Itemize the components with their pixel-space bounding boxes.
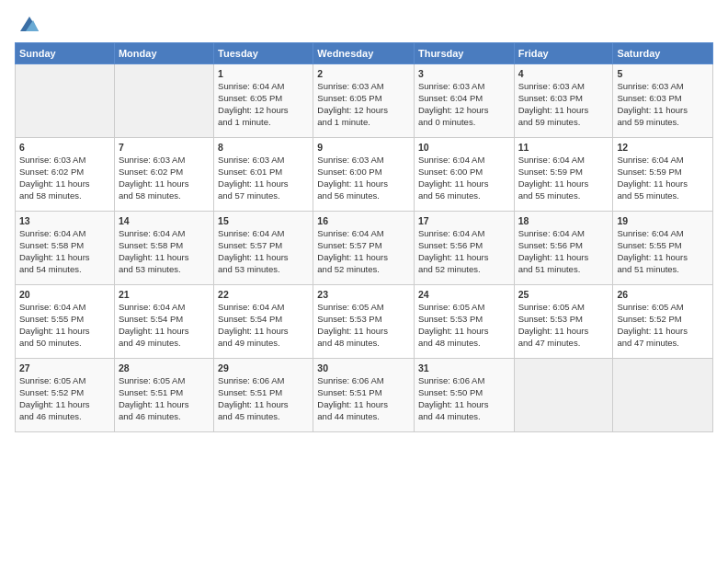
day-info-line: Daylight: 11 hours: [119, 178, 210, 190]
day-info-line: and 59 minutes.: [617, 117, 709, 129]
day-info-line: Sunset: 5:55 PM: [617, 240, 709, 252]
day-info-line: Sunrise: 6:04 AM: [317, 228, 410, 240]
day-number: 17: [418, 214, 510, 227]
day-info-line: Sunset: 6:03 PM: [617, 93, 709, 105]
day-number: 8: [218, 141, 309, 154]
day-number: 21: [119, 288, 210, 301]
day-number: 5: [617, 67, 709, 80]
day-info-line: Sunset: 5:56 PM: [518, 240, 609, 252]
day-of-week-header: Sunday: [16, 43, 115, 64]
day-info-line: Sunset: 5:58 PM: [19, 240, 110, 252]
day-info-line: Sunrise: 6:03 AM: [317, 155, 410, 167]
day-info-line: Sunset: 6:03 PM: [518, 93, 609, 105]
calendar-day-cell: [114, 64, 213, 138]
day-info-line: Sunrise: 6:05 AM: [19, 375, 110, 387]
calendar-day-cell: [613, 359, 713, 432]
day-info-line: and 47 minutes.: [518, 338, 609, 350]
calendar-week-row: 20Sunrise: 6:04 AMSunset: 5:55 PMDayligh…: [16, 285, 713, 359]
day-number: 27: [19, 362, 110, 374]
day-info-line: Sunset: 6:01 PM: [218, 167, 309, 178]
day-info-line: Sunset: 5:57 PM: [218, 240, 309, 252]
day-info-line: Sunset: 5:56 PM: [418, 240, 510, 252]
day-info-line: and 45 minutes.: [218, 411, 309, 423]
day-number: 4: [518, 67, 609, 80]
day-info-line: Daylight: 11 hours: [19, 178, 110, 190]
day-info-line: and 44 minutes.: [418, 411, 510, 423]
calendar-day-cell: 4Sunrise: 6:03 AMSunset: 6:03 PMDaylight…: [514, 64, 613, 138]
calendar-day-cell: 19Sunrise: 6:04 AMSunset: 5:55 PMDayligh…: [613, 212, 713, 285]
calendar-day-cell: 23Sunrise: 6:05 AMSunset: 5:53 PMDayligh…: [313, 285, 415, 359]
day-number: 30: [317, 362, 410, 374]
calendar-day-cell: 3Sunrise: 6:03 AMSunset: 6:04 PMDaylight…: [414, 64, 514, 138]
calendar-day-cell: 22Sunrise: 6:04 AMSunset: 5:54 PMDayligh…: [214, 285, 313, 359]
day-info-line: Sunrise: 6:03 AM: [518, 81, 609, 93]
day-info-line: and 46 minutes.: [19, 411, 110, 423]
day-info-line: Daylight: 11 hours: [518, 105, 609, 117]
calendar-day-cell: 27Sunrise: 6:05 AMSunset: 5:52 PMDayligh…: [16, 359, 115, 432]
calendar-week-row: 13Sunrise: 6:04 AMSunset: 5:58 PMDayligh…: [16, 212, 713, 285]
day-info-line: Sunset: 5:51 PM: [317, 387, 410, 399]
calendar-table: SundayMondayTuesdayWednesdayThursdayFrid…: [15, 42, 713, 432]
calendar-day-cell: 17Sunrise: 6:04 AMSunset: 5:56 PMDayligh…: [414, 212, 514, 285]
day-info-line: Daylight: 11 hours: [418, 178, 510, 190]
day-number: 13: [19, 214, 110, 227]
day-info-line: Sunset: 5:52 PM: [19, 387, 110, 399]
logo: [15, 11, 42, 37]
day-info-line: Daylight: 11 hours: [317, 178, 410, 190]
day-info-line: Sunrise: 6:03 AM: [317, 81, 410, 93]
day-info-line: and 49 minutes.: [218, 338, 309, 350]
day-of-week-header: Wednesday: [313, 43, 415, 64]
day-info-line: and 51 minutes.: [518, 264, 609, 276]
day-info-line: Sunrise: 6:06 AM: [218, 375, 309, 387]
calendar-day-cell: 28Sunrise: 6:05 AMSunset: 5:51 PMDayligh…: [114, 359, 213, 432]
day-of-week-header: Thursday: [414, 43, 514, 64]
day-info-line: Sunset: 5:54 PM: [218, 314, 309, 326]
day-info-line: Sunset: 5:50 PM: [418, 387, 510, 399]
day-info-line: Sunset: 5:51 PM: [218, 387, 309, 399]
day-info-line: and 59 minutes.: [518, 117, 609, 129]
day-info-line: Sunrise: 6:05 AM: [119, 375, 210, 387]
day-info-line: and 1 minute.: [218, 117, 309, 129]
day-number: 18: [518, 214, 609, 227]
day-info-line: Sunset: 5:51 PM: [119, 387, 210, 399]
day-number: 25: [518, 288, 609, 301]
day-number: 20: [19, 288, 110, 301]
calendar-day-cell: 20Sunrise: 6:04 AMSunset: 5:55 PMDayligh…: [16, 285, 115, 359]
day-number: 7: [119, 141, 210, 154]
day-info-line: Daylight: 11 hours: [418, 252, 510, 264]
day-info-line: Daylight: 11 hours: [119, 399, 210, 411]
day-info-line: and 49 minutes.: [119, 338, 210, 350]
day-info-line: Sunrise: 6:05 AM: [418, 302, 510, 314]
day-info-line: Daylight: 11 hours: [317, 399, 410, 411]
day-info-line: Sunrise: 6:04 AM: [218, 302, 309, 314]
day-info-line: Daylight: 11 hours: [418, 326, 510, 338]
day-info-line: Sunrise: 6:04 AM: [617, 228, 709, 240]
day-info-line: Daylight: 11 hours: [218, 178, 309, 190]
day-of-week-header: Tuesday: [214, 43, 313, 64]
day-number: 9: [317, 141, 410, 154]
day-info-line: Sunset: 5:54 PM: [119, 314, 210, 326]
day-info-line: Sunset: 5:58 PM: [119, 240, 210, 252]
day-info-line: and 44 minutes.: [317, 411, 410, 423]
day-number: 11: [518, 141, 609, 154]
day-number: 15: [218, 214, 309, 227]
day-info-line: Sunrise: 6:04 AM: [19, 228, 110, 240]
day-of-week-header: Friday: [514, 43, 613, 64]
day-info-line: Sunrise: 6:06 AM: [317, 375, 410, 387]
day-info-line: Sunset: 6:04 PM: [418, 93, 510, 105]
day-info-line: Sunset: 5:53 PM: [317, 314, 410, 326]
calendar-day-cell: 7Sunrise: 6:03 AMSunset: 6:02 PMDaylight…: [114, 138, 213, 212]
day-info-line: Sunrise: 6:03 AM: [218, 155, 309, 167]
calendar-day-cell: 5Sunrise: 6:03 AMSunset: 6:03 PMDaylight…: [613, 64, 713, 138]
calendar-day-cell: 26Sunrise: 6:05 AMSunset: 5:52 PMDayligh…: [613, 285, 713, 359]
day-info-line: Sunrise: 6:03 AM: [617, 81, 709, 93]
day-info-line: Sunset: 5:52 PM: [617, 314, 709, 326]
day-info-line: Sunset: 5:53 PM: [418, 314, 510, 326]
day-info-line: Daylight: 12 hours: [418, 105, 510, 117]
day-number: 24: [418, 288, 510, 301]
day-number: 1: [218, 67, 309, 80]
day-info-line: Sunset: 6:00 PM: [418, 167, 510, 178]
day-number: 19: [617, 214, 709, 227]
day-number: 22: [218, 288, 309, 301]
calendar-day-cell: 9Sunrise: 6:03 AMSunset: 6:00 PMDaylight…: [313, 138, 415, 212]
